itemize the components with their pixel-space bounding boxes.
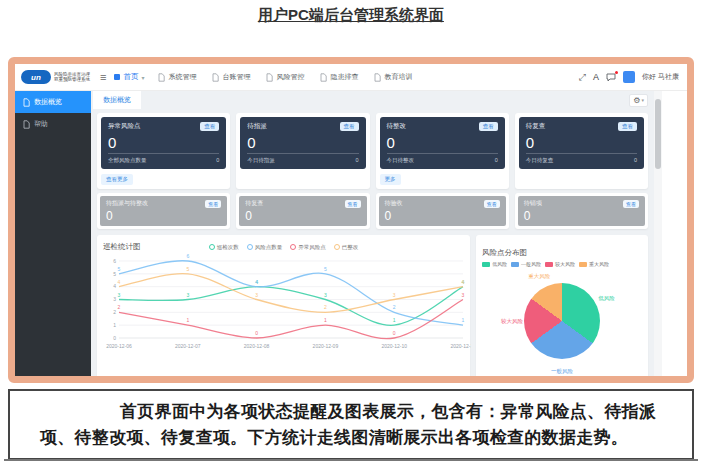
nav-item[interactable]: 系统管理	[158, 72, 196, 82]
page: 用户PC端后台管理系统界面 un 风险隐患排查治理 双重预防管理系统 ≡ 首页 …	[0, 0, 702, 466]
divider	[4, 459, 698, 461]
legend-marker-icon	[290, 244, 296, 250]
secondary-card-value: 0	[385, 209, 500, 223]
nav-item-home[interactable]: 首页 ▾	[114, 72, 144, 82]
secondary-card-value: 0	[524, 209, 639, 223]
nav-item[interactable]: 台账管理	[212, 72, 250, 82]
screenshot-frame: un 风险隐患排查治理 双重预防管理系统 ≡ 首页 ▾ 系统管理台账管理风险管控…	[8, 57, 694, 383]
secondary-card-row: 待指派与待整改 查看 0 待复查 查看 0 待验收 查看 0 待销项 查	[97, 193, 648, 229]
sidebar-item[interactable]: 数据概览	[15, 91, 91, 113]
nav-home-label: 首页	[123, 72, 138, 82]
secondary-card-value: 0	[106, 209, 221, 223]
svg-text:2020-12-08: 2020-12-08	[244, 343, 270, 349]
view-button[interactable]: 查看	[484, 200, 500, 208]
chevron-down-icon: ▾	[141, 74, 144, 81]
menu-toggle-icon[interactable]: ≡	[100, 71, 106, 83]
messages-icon[interactable]	[606, 73, 616, 82]
svg-text:2020-12-07: 2020-12-07	[175, 343, 201, 349]
logo-icon: un	[21, 70, 51, 84]
document-icon	[23, 120, 30, 129]
tab-data-overview[interactable]: 数据概览	[93, 91, 141, 109]
window-margin	[662, 91, 687, 376]
view-button[interactable]: 查看	[479, 122, 498, 131]
stat-card-subvalue: 0	[355, 157, 358, 164]
legend-item[interactable]: 巡检次数	[209, 244, 239, 251]
svg-text:4: 4	[113, 283, 116, 289]
svg-text:3: 3	[113, 296, 116, 302]
legend-marker-icon	[247, 244, 253, 250]
line-chart: 01234562020-12-062020-12-072020-12-08202…	[103, 253, 464, 351]
view-button[interactable]: 查看	[618, 122, 637, 131]
legend-item[interactable]: 低风险	[482, 261, 507, 267]
user-greeting: 你好 马社康	[642, 72, 679, 82]
svg-text:2: 2	[118, 304, 121, 310]
document-icon	[212, 73, 219, 82]
svg-text:5: 5	[186, 266, 189, 272]
nav-item[interactable]: 教育培训	[374, 72, 412, 82]
document-icon	[23, 98, 30, 107]
view-button[interactable]: 查看	[205, 200, 221, 208]
home-icon	[114, 74, 120, 80]
secondary-card: 待复查 查看 0	[236, 193, 369, 229]
nav-menu: 系统管理台账管理风险管控隐患排查教育培训	[158, 72, 570, 82]
legend-swatch-icon	[511, 262, 519, 267]
view-button[interactable]: 查看	[200, 122, 219, 131]
legend-item[interactable]: 重大风险	[579, 261, 609, 267]
secondary-card: 待指派与待整改 查看 0	[97, 193, 230, 229]
stat-card: 待整改 查看 0 今日待整改 0 更多	[376, 113, 509, 189]
secondary-card-title: 待复查	[245, 199, 263, 208]
svg-text:3: 3	[462, 292, 465, 298]
svg-text:1: 1	[393, 317, 396, 323]
view-button[interactable]: 查看	[345, 200, 361, 208]
legend-item[interactable]: 风险点数量	[247, 244, 283, 251]
svg-text:3: 3	[186, 292, 189, 298]
stat-card-value: 0	[247, 134, 358, 154]
legend-item[interactable]: 异常风险点	[290, 244, 326, 251]
scrollbar[interactable]	[654, 91, 662, 376]
gear-icon: ⚙	[633, 96, 640, 105]
navbar-right: ⤢ A 你好 马社康	[579, 71, 681, 83]
legend-item[interactable]: 一般风险	[511, 261, 541, 267]
stat-card-chip-button[interactable]: 查看更多	[101, 174, 133, 185]
legend-swatch-icon	[482, 262, 490, 267]
stat-card-subvalue: 0	[216, 157, 219, 164]
notification-badge	[615, 71, 619, 75]
secondary-card: 待销项 查看 0	[515, 193, 648, 229]
stat-card: 待指派 查看 0 今日待指派 0	[236, 113, 369, 189]
nav-item[interactable]: 风险管控	[266, 72, 304, 82]
stat-card-value: 0	[526, 134, 637, 154]
stat-card-title: 异常风险点	[108, 122, 141, 131]
fullscreen-icon[interactable]: ⤢	[579, 72, 586, 83]
svg-text:4: 4	[118, 279, 121, 285]
svg-text:3: 3	[118, 292, 121, 298]
svg-text:4: 4	[255, 279, 258, 285]
view-button[interactable]: 查看	[340, 122, 359, 131]
secondary-card-title: 待销项	[524, 199, 542, 208]
pie-chart-card: 风险点分布图 低风险一般风险较大风险重大风险 低风险一般风险较大风险重大风险	[476, 235, 648, 379]
app-window: un 风险隐患排查治理 双重预防管理系统 ≡ 首页 ▾ 系统管理台账管理风险管控…	[15, 64, 687, 376]
sidebar-item[interactable]: 帮助	[15, 113, 91, 135]
svg-text:2: 2	[324, 304, 327, 310]
stat-card-chip-button[interactable]: 更多	[380, 174, 401, 185]
content-area: 数据概览 ⚙ ▾ 异常风险点 查看 0 全部风险点数量 0 查看更多	[91, 91, 654, 376]
svg-text:3: 3	[255, 292, 258, 298]
font-size-toggle[interactable]: A	[593, 72, 599, 82]
top-navbar: un 风险隐患排查治理 双重预防管理系统 ≡ 首页 ▾ 系统管理台账管理风险管控…	[15, 64, 687, 91]
legend-marker-icon	[209, 244, 215, 250]
pie-chart-title: 风险点分布图	[482, 248, 527, 257]
chevron-down-icon: ▾	[641, 97, 644, 103]
settings-button[interactable]: ⚙ ▾	[629, 94, 648, 107]
legend-item[interactable]: 已整改	[334, 244, 359, 251]
tab-bar: 数据概览 ⚙ ▾	[91, 91, 648, 109]
legend-item[interactable]: 较大风险	[545, 261, 575, 267]
avatar[interactable]	[623, 71, 635, 83]
scrollbar-thumb[interactable]	[655, 99, 661, 169]
view-button[interactable]: 查看	[623, 200, 639, 208]
app-logo: un 风险隐患排查治理 双重预防管理系统	[21, 70, 90, 84]
line-chart-card: 巡检统计图 巡检次数风险点数量异常风险点已整改 01234562020-12-0…	[97, 235, 470, 379]
stat-card: 待复查 查看 0 今日待复查 0	[515, 113, 648, 189]
svg-text:0: 0	[393, 330, 396, 336]
page-title: 用户PC端后台管理系统界面	[0, 6, 702, 25]
nav-item[interactable]: 隐患排查	[320, 72, 358, 82]
stat-card-value: 0	[387, 134, 498, 154]
